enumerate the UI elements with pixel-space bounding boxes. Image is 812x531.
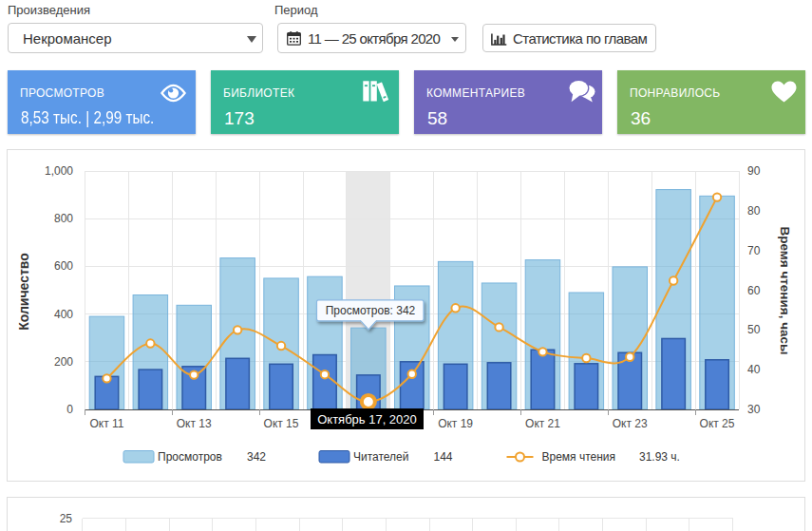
svg-text:Окт 15: Окт 15 (264, 417, 299, 430)
svg-text:Окт 21: Окт 21 (525, 417, 560, 430)
svg-text:Окт 25: Окт 25 (700, 417, 735, 430)
svg-text:Просмотров: 342: Просмотров: 342 (326, 304, 416, 317)
svg-text:600: 600 (54, 259, 73, 273)
svg-text:Количество: Количество (16, 253, 31, 331)
svg-text:Окт 13: Окт 13 (177, 417, 212, 430)
svg-text:Октябрь 17, 2020: Октябрь 17, 2020 (317, 412, 417, 427)
svg-text:Окт 19: Окт 19 (438, 417, 473, 430)
svg-text:Читателей: Читателей (353, 450, 409, 464)
svg-text:Время чтения: Время чтения (542, 450, 616, 464)
svg-text:Окт 23: Окт 23 (613, 417, 648, 430)
svg-text:0: 0 (66, 403, 73, 416)
svg-text:80: 80 (747, 204, 761, 218)
svg-text:Время чтения, часы: Время чтения, часы (778, 226, 792, 354)
svg-text:200: 200 (54, 355, 73, 369)
svg-text:1,000: 1,000 (45, 164, 73, 178)
svg-text:40: 40 (747, 363, 761, 376)
svg-text:Просмотров: Просмотров (158, 450, 222, 464)
svg-text:70: 70 (747, 244, 761, 257)
svg-text:144: 144 (434, 450, 453, 464)
svg-text:342: 342 (247, 450, 266, 464)
svg-text:50: 50 (747, 323, 761, 336)
svg-text:31.93 ч.: 31.93 ч. (639, 450, 680, 464)
svg-text:30: 30 (747, 403, 761, 416)
svg-text:25: 25 (60, 512, 73, 525)
svg-text:800: 800 (54, 212, 73, 225)
svg-text:60: 60 (747, 284, 761, 297)
svg-text:400: 400 (54, 308, 73, 321)
svg-text:90: 90 (747, 164, 761, 178)
svg-text:Окт 11: Окт 11 (89, 417, 123, 430)
